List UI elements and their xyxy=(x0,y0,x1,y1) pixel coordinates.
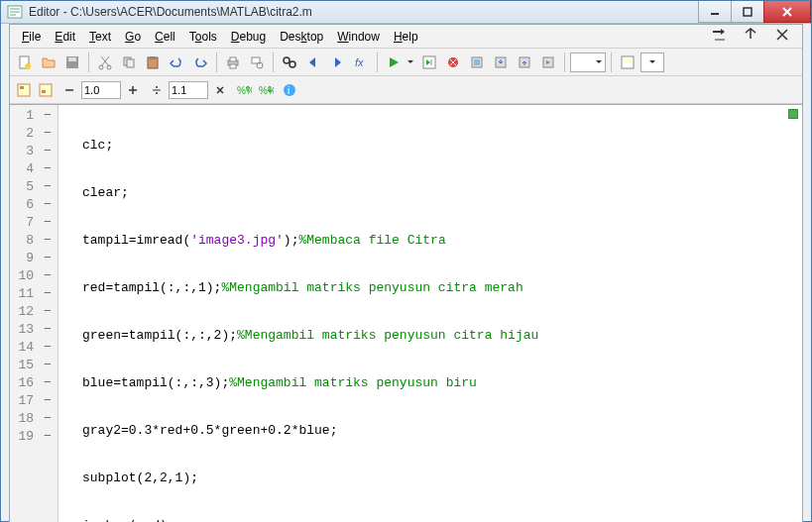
svg-rect-14 xyxy=(230,57,236,61)
svg-text:fx: fx xyxy=(355,56,364,68)
cell-up-button[interactable]: %% xyxy=(234,80,254,100)
menu-cell[interactable]: Cell xyxy=(149,28,181,46)
svg-point-18 xyxy=(284,57,290,63)
stack-dropdown[interactable] xyxy=(570,52,606,72)
menubar: File Edit Text Go Cell Tools Debug Deskt… xyxy=(10,25,802,49)
code-area[interactable]: clc; clear; tampil=imread('image3.jpg');… xyxy=(58,105,802,522)
close-button[interactable] xyxy=(763,1,811,23)
breakpoint-clear-button[interactable] xyxy=(442,52,464,73)
dock-arrow-icon[interactable] xyxy=(705,25,733,48)
svg-text:i: i xyxy=(288,85,290,96)
goto-back-button[interactable] xyxy=(302,52,324,73)
step-button[interactable] xyxy=(466,52,488,73)
zoom-factor-1[interactable] xyxy=(81,81,121,99)
run-button[interactable] xyxy=(383,52,405,73)
svg-point-37 xyxy=(156,92,158,94)
zoom-factor-2[interactable] xyxy=(169,81,208,99)
step-out-button[interactable] xyxy=(514,52,535,73)
paste-button[interactable] xyxy=(142,52,164,73)
minus-button[interactable] xyxy=(59,80,79,100)
window-title: Editor - C:\Users\ACER\Documents\MATLAB\… xyxy=(29,5,699,19)
gutter[interactable]: 1− 2− 3− 4− 5− 6− 7− 8− 9− 10− 11− 12− 1… xyxy=(10,105,58,522)
cell-eval-advance-button[interactable] xyxy=(36,80,56,100)
highlight-cells-button[interactable] xyxy=(617,52,638,73)
menu-edit[interactable]: Edit xyxy=(49,28,81,46)
step-in-button[interactable] xyxy=(490,52,512,73)
new-file-button[interactable] xyxy=(14,52,36,73)
redo-button[interactable] xyxy=(189,52,211,73)
menu-debug[interactable]: Debug xyxy=(225,28,272,46)
info-button[interactable]: i xyxy=(280,80,299,100)
svg-rect-2 xyxy=(744,8,752,16)
plus-button[interactable] xyxy=(123,80,143,100)
svg-rect-15 xyxy=(230,64,236,68)
cell-eval-button[interactable] xyxy=(14,80,34,100)
editor-window: Editor - C:\Users\ACER\Documents\MATLAB\… xyxy=(0,0,812,522)
code-editor[interactable]: 1− 2− 3− 4− 5− 6− 7− 8− 9− 10− 11− 12− 1… xyxy=(10,104,802,522)
undock-button[interactable] xyxy=(737,25,764,48)
cell-down-button[interactable]: %% xyxy=(256,80,276,100)
menu-window[interactable]: Window xyxy=(331,28,386,46)
menu-tools[interactable]: Tools xyxy=(183,28,223,46)
svg-rect-33 xyxy=(42,90,46,93)
goto-fwd-button[interactable] xyxy=(326,52,348,73)
menu-file[interactable]: File xyxy=(16,28,47,46)
open-file-button[interactable] xyxy=(38,52,59,73)
divide-button[interactable] xyxy=(147,80,167,100)
run-dropdown[interactable] xyxy=(406,55,416,69)
main-toolbar: fx xyxy=(10,49,802,76)
print-button[interactable] xyxy=(222,52,244,73)
svg-rect-29 xyxy=(624,58,632,62)
menu-help[interactable]: Help xyxy=(388,28,424,46)
layout-dropdown[interactable] xyxy=(640,52,664,72)
code-health-indicator[interactable] xyxy=(788,109,798,119)
menu-text[interactable]: Text xyxy=(83,28,117,46)
continue-button[interactable] xyxy=(537,52,559,73)
titlebar[interactable]: Editor - C:\Users\ACER\Documents\MATLAB\… xyxy=(1,1,811,24)
multiply-button[interactable] xyxy=(210,80,230,100)
save-button[interactable] xyxy=(61,52,83,73)
inner-frame: File Edit Text Go Cell Tools Debug Deskt… xyxy=(9,24,803,522)
window-buttons xyxy=(699,1,811,23)
run-advance-button[interactable] xyxy=(418,52,440,73)
svg-point-19 xyxy=(290,61,295,67)
function-button[interactable]: fx xyxy=(350,52,372,73)
print-preview-button[interactable] xyxy=(246,52,268,73)
panel-close-button[interactable] xyxy=(768,25,796,48)
app-icon xyxy=(7,4,23,20)
undo-button[interactable] xyxy=(166,52,187,73)
svg-rect-31 xyxy=(20,86,24,89)
svg-rect-6 xyxy=(68,57,76,61)
svg-point-36 xyxy=(156,86,158,88)
svg-rect-30 xyxy=(18,84,30,96)
cell-toolbar: %% %% i xyxy=(10,76,802,104)
menu-desktop[interactable]: Desktop xyxy=(274,28,329,46)
maximize-button[interactable] xyxy=(731,1,764,23)
svg-rect-10 xyxy=(127,59,134,67)
svg-point-4 xyxy=(25,63,31,69)
svg-rect-12 xyxy=(150,56,156,59)
cut-button[interactable] xyxy=(94,52,116,73)
minimize-button[interactable] xyxy=(698,1,732,23)
svg-rect-24 xyxy=(474,59,480,65)
menu-go[interactable]: Go xyxy=(119,28,147,46)
svg-text:%%: %% xyxy=(237,85,252,96)
copy-button[interactable] xyxy=(118,52,140,73)
find-button[interactable] xyxy=(279,52,300,73)
